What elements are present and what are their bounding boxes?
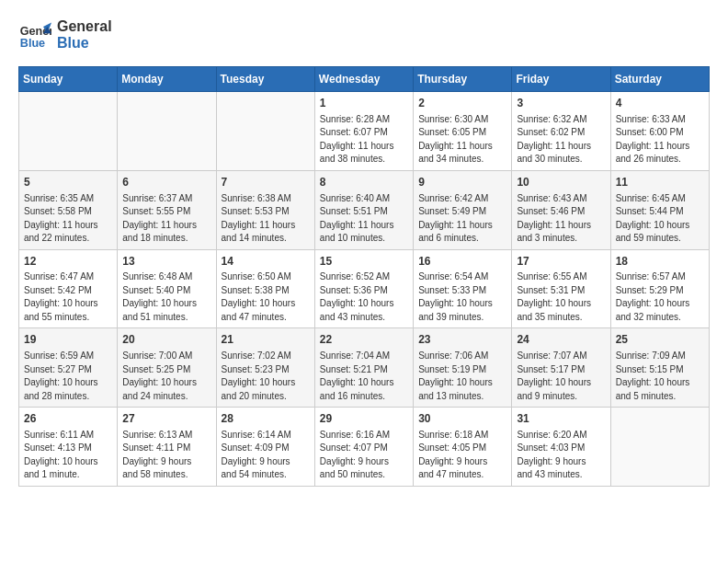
day-info: Sunrise: 6:54 AM Sunset: 5:33 PM Dayligh… bbox=[418, 270, 506, 324]
calendar-cell: 2Sunrise: 6:30 AM Sunset: 6:05 PM Daylig… bbox=[414, 92, 512, 171]
day-info: Sunrise: 6:45 AM Sunset: 5:44 PM Dayligh… bbox=[616, 192, 704, 246]
calendar-cell: 26Sunrise: 6:11 AM Sunset: 4:13 PM Dayli… bbox=[19, 408, 118, 487]
day-header-thursday: Thursday bbox=[414, 67, 512, 92]
calendar-cell: 14Sunrise: 6:50 AM Sunset: 5:38 PM Dayli… bbox=[216, 249, 314, 328]
calendar-cell bbox=[610, 408, 709, 487]
calendar-cell: 7Sunrise: 6:38 AM Sunset: 5:53 PM Daylig… bbox=[216, 170, 314, 249]
day-header-friday: Friday bbox=[512, 67, 610, 92]
day-number: 25 bbox=[616, 332, 704, 348]
calendar-cell: 19Sunrise: 6:59 AM Sunset: 5:27 PM Dayli… bbox=[19, 328, 118, 408]
calendar-cell: 1Sunrise: 6:28 AM Sunset: 6:07 PM Daylig… bbox=[314, 92, 413, 171]
day-info: Sunrise: 6:37 AM Sunset: 5:55 PM Dayligh… bbox=[122, 192, 210, 246]
calendar-cell: 9Sunrise: 6:42 AM Sunset: 5:49 PM Daylig… bbox=[414, 170, 512, 249]
day-number: 22 bbox=[320, 332, 408, 348]
day-number: 29 bbox=[320, 411, 408, 427]
day-info: Sunrise: 6:35 AM Sunset: 5:58 PM Dayligh… bbox=[24, 192, 112, 246]
day-number: 31 bbox=[517, 411, 605, 427]
day-number: 3 bbox=[517, 96, 605, 111]
day-number: 6 bbox=[122, 175, 210, 190]
day-number: 9 bbox=[418, 175, 506, 190]
day-info: Sunrise: 7:06 AM Sunset: 5:19 PM Dayligh… bbox=[418, 350, 506, 403]
day-number: 26 bbox=[24, 411, 112, 427]
day-info: Sunrise: 7:09 AM Sunset: 5:15 PM Dayligh… bbox=[616, 350, 704, 403]
day-info: Sunrise: 6:33 AM Sunset: 6:00 PM Dayligh… bbox=[616, 113, 704, 167]
day-number: 27 bbox=[122, 411, 210, 427]
day-info: Sunrise: 6:59 AM Sunset: 5:27 PM Dayligh… bbox=[24, 350, 112, 403]
calendar-cell: 15Sunrise: 6:52 AM Sunset: 5:36 PM Dayli… bbox=[314, 249, 413, 328]
calendar-cell: 24Sunrise: 7:07 AM Sunset: 5:17 PM Dayli… bbox=[512, 328, 610, 408]
logo-general: General bbox=[57, 18, 112, 35]
day-header-saturday: Saturday bbox=[610, 67, 709, 92]
day-info: Sunrise: 6:48 AM Sunset: 5:40 PM Dayligh… bbox=[122, 270, 210, 324]
day-info: Sunrise: 7:04 AM Sunset: 5:21 PM Dayligh… bbox=[320, 350, 408, 403]
calendar-cell: 18Sunrise: 6:57 AM Sunset: 5:29 PM Dayli… bbox=[610, 249, 709, 328]
calendar-cell bbox=[216, 92, 314, 171]
calendar-cell: 31Sunrise: 6:20 AM Sunset: 4:03 PM Dayli… bbox=[512, 408, 610, 487]
day-info: Sunrise: 6:30 AM Sunset: 6:05 PM Dayligh… bbox=[418, 113, 506, 167]
day-info: Sunrise: 6:57 AM Sunset: 5:29 PM Dayligh… bbox=[616, 270, 704, 324]
day-number: 14 bbox=[222, 254, 310, 270]
day-info: Sunrise: 6:55 AM Sunset: 5:31 PM Dayligh… bbox=[517, 270, 605, 324]
calendar-cell: 21Sunrise: 7:02 AM Sunset: 5:23 PM Dayli… bbox=[216, 328, 314, 408]
calendar-cell: 30Sunrise: 6:18 AM Sunset: 4:05 PM Dayli… bbox=[414, 408, 512, 487]
calendar-cell: 28Sunrise: 6:14 AM Sunset: 4:09 PM Dayli… bbox=[216, 408, 314, 487]
calendar-cell: 17Sunrise: 6:55 AM Sunset: 5:31 PM Dayli… bbox=[512, 249, 610, 328]
calendar-cell: 12Sunrise: 6:47 AM Sunset: 5:42 PM Dayli… bbox=[19, 249, 118, 328]
calendar-cell: 4Sunrise: 6:33 AM Sunset: 6:00 PM Daylig… bbox=[610, 92, 709, 171]
day-number: 15 bbox=[320, 254, 408, 270]
day-info: Sunrise: 6:18 AM Sunset: 4:05 PM Dayligh… bbox=[418, 429, 506, 482]
day-number: 4 bbox=[616, 96, 704, 111]
day-info: Sunrise: 6:47 AM Sunset: 5:42 PM Dayligh… bbox=[24, 270, 112, 324]
calendar-cell: 11Sunrise: 6:45 AM Sunset: 5:44 PM Dayli… bbox=[610, 170, 709, 249]
day-info: Sunrise: 6:42 AM Sunset: 5:49 PM Dayligh… bbox=[418, 192, 506, 246]
day-number: 5 bbox=[24, 175, 112, 190]
day-number: 18 bbox=[616, 254, 704, 270]
day-header-sunday: Sunday bbox=[19, 67, 118, 92]
day-number: 30 bbox=[418, 411, 506, 427]
calendar-cell: 10Sunrise: 6:43 AM Sunset: 5:46 PM Dayli… bbox=[512, 170, 610, 249]
day-number: 21 bbox=[222, 332, 310, 348]
calendar-cell: 13Sunrise: 6:48 AM Sunset: 5:40 PM Dayli… bbox=[118, 249, 216, 328]
day-number: 23 bbox=[418, 332, 506, 348]
day-number: 28 bbox=[222, 411, 310, 427]
calendar-cell bbox=[118, 92, 216, 171]
calendar-cell: 22Sunrise: 7:04 AM Sunset: 5:21 PM Dayli… bbox=[314, 328, 413, 408]
day-number: 2 bbox=[418, 96, 506, 111]
day-number: 12 bbox=[24, 254, 112, 270]
day-number: 1 bbox=[320, 96, 408, 111]
day-number: 20 bbox=[122, 332, 210, 348]
calendar-cell: 29Sunrise: 6:16 AM Sunset: 4:07 PM Dayli… bbox=[314, 408, 413, 487]
day-number: 7 bbox=[222, 175, 310, 190]
day-info: Sunrise: 6:43 AM Sunset: 5:46 PM Dayligh… bbox=[517, 192, 605, 246]
day-info: Sunrise: 6:32 AM Sunset: 6:02 PM Dayligh… bbox=[517, 113, 605, 167]
day-header-tuesday: Tuesday bbox=[216, 67, 314, 92]
day-info: Sunrise: 6:38 AM Sunset: 5:53 PM Dayligh… bbox=[222, 192, 310, 246]
logo: General Blue General Blue bbox=[18, 18, 112, 52]
day-info: Sunrise: 6:16 AM Sunset: 4:07 PM Dayligh… bbox=[320, 429, 408, 482]
day-info: Sunrise: 7:00 AM Sunset: 5:25 PM Dayligh… bbox=[122, 350, 210, 403]
day-info: Sunrise: 6:13 AM Sunset: 4:11 PM Dayligh… bbox=[122, 429, 210, 482]
calendar-cell: 3Sunrise: 6:32 AM Sunset: 6:02 PM Daylig… bbox=[512, 92, 610, 171]
svg-text:Blue: Blue bbox=[20, 37, 45, 50]
day-number: 11 bbox=[616, 175, 704, 190]
day-info: Sunrise: 7:02 AM Sunset: 5:23 PM Dayligh… bbox=[222, 350, 310, 403]
day-info: Sunrise: 6:11 AM Sunset: 4:13 PM Dayligh… bbox=[24, 429, 112, 482]
day-number: 19 bbox=[24, 332, 112, 348]
logo-icon: General Blue bbox=[18, 18, 51, 52]
calendar-cell: 5Sunrise: 6:35 AM Sunset: 5:58 PM Daylig… bbox=[19, 170, 118, 249]
calendar-table: SundayMondayTuesdayWednesdayThursdayFrid… bbox=[18, 66, 710, 487]
day-info: Sunrise: 7:07 AM Sunset: 5:17 PM Dayligh… bbox=[517, 350, 605, 403]
calendar-cell: 8Sunrise: 6:40 AM Sunset: 5:51 PM Daylig… bbox=[314, 170, 413, 249]
calendar-cell: 6Sunrise: 6:37 AM Sunset: 5:55 PM Daylig… bbox=[118, 170, 216, 249]
day-info: Sunrise: 6:20 AM Sunset: 4:03 PM Dayligh… bbox=[517, 429, 605, 482]
calendar-cell: 16Sunrise: 6:54 AM Sunset: 5:33 PM Dayli… bbox=[414, 249, 512, 328]
logo-blue: Blue bbox=[57, 35, 112, 52]
calendar-cell: 25Sunrise: 7:09 AM Sunset: 5:15 PM Dayli… bbox=[610, 328, 709, 408]
day-info: Sunrise: 6:52 AM Sunset: 5:36 PM Dayligh… bbox=[320, 270, 408, 324]
day-number: 13 bbox=[122, 254, 210, 270]
day-header-wednesday: Wednesday bbox=[314, 67, 413, 92]
day-info: Sunrise: 6:14 AM Sunset: 4:09 PM Dayligh… bbox=[222, 429, 310, 482]
calendar-header: SundayMondayTuesdayWednesdayThursdayFrid… bbox=[19, 67, 710, 92]
day-number: 16 bbox=[418, 254, 506, 270]
page-header: General Blue General Blue bbox=[18, 18, 710, 52]
